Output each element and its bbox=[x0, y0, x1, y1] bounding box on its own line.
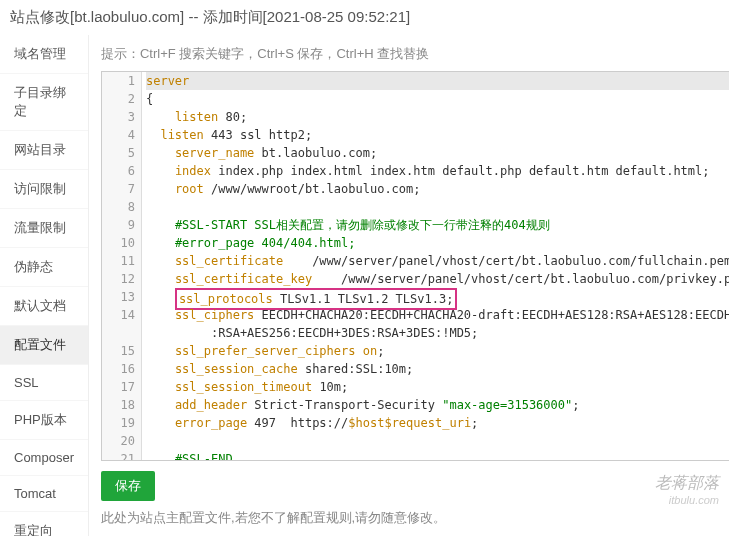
sidebar-item-11[interactable]: Tomcat bbox=[0, 476, 88, 512]
code-line[interactable]: ssl_certificate_key /www/server/panel/vh… bbox=[146, 270, 729, 288]
code-line[interactable]: ssl_session_cache shared:SSL:10m; bbox=[146, 360, 729, 378]
code-line[interactable]: root /www/wwwroot/bt.laobuluo.com; bbox=[146, 180, 729, 198]
line-number: 16 bbox=[102, 360, 141, 378]
code-line[interactable]: server_name bt.laobuluo.com; bbox=[146, 144, 729, 162]
dialog-title: 站点修改[bt.laobuluo.com] -- 添加时间[2021-08-25… bbox=[0, 0, 729, 35]
code-line[interactable] bbox=[146, 432, 729, 450]
sidebar-item-8[interactable]: SSL bbox=[0, 365, 88, 401]
line-number: 21 bbox=[102, 450, 141, 461]
line-number: 11 bbox=[102, 252, 141, 270]
line-number: 14 bbox=[102, 306, 141, 324]
code-line[interactable]: ssl_session_timeout 10m; bbox=[146, 378, 729, 396]
line-number: 18 bbox=[102, 396, 141, 414]
line-number: 17 bbox=[102, 378, 141, 396]
code-line[interactable]: { bbox=[146, 90, 729, 108]
sidebar-item-9[interactable]: PHP版本 bbox=[0, 401, 88, 440]
code-line[interactable]: add_header Strict-Transport-Security "ma… bbox=[146, 396, 729, 414]
line-number: 6 bbox=[102, 162, 141, 180]
line-number: 3 bbox=[102, 108, 141, 126]
sidebar-item-4[interactable]: 流量限制 bbox=[0, 209, 88, 248]
code-line[interactable]: listen 443 ssl http2; bbox=[146, 126, 729, 144]
code-line[interactable]: server bbox=[146, 72, 729, 90]
line-number: 20 bbox=[102, 432, 141, 450]
code-line[interactable]: ssl_certificate /www/server/panel/vhost/… bbox=[146, 252, 729, 270]
footer-note: 此处为站点主配置文件,若您不了解配置规则,请勿随意修改。 bbox=[101, 509, 729, 527]
config-editor[interactable]: 123456789101112131415161718192021 server… bbox=[101, 71, 729, 461]
line-number: 10 bbox=[102, 234, 141, 252]
line-number: 8 bbox=[102, 198, 141, 216]
code-line[interactable] bbox=[146, 198, 729, 216]
sidebar: 域名管理子目录绑定网站目录访问限制流量限制伪静态默认文档配置文件SSLPHP版本… bbox=[0, 35, 89, 536]
editor-gutter: 123456789101112131415161718192021 bbox=[102, 72, 142, 460]
code-line[interactable]: :RSA+AES256:EECDH+3DES:RSA+3DES:!MD5; bbox=[146, 324, 729, 342]
line-number: 4 bbox=[102, 126, 141, 144]
line-number bbox=[102, 324, 141, 342]
line-number: 19 bbox=[102, 414, 141, 432]
code-line[interactable]: index index.php index.html index.htm def… bbox=[146, 162, 729, 180]
sidebar-item-10[interactable]: Composer bbox=[0, 440, 88, 476]
main-layout: 域名管理子目录绑定网站目录访问限制流量限制伪静态默认文档配置文件SSLPHP版本… bbox=[0, 35, 729, 536]
sidebar-item-7[interactable]: 配置文件 bbox=[0, 326, 88, 365]
line-number: 7 bbox=[102, 180, 141, 198]
code-line[interactable]: #SSL-START SSL相关配置，请勿删除或修改下一行带注释的404规则 bbox=[146, 216, 729, 234]
line-number: 1 bbox=[102, 72, 141, 90]
code-line[interactable]: ssl_protocols TLSv1.1 TLSv1.2 TLSv1.3; bbox=[146, 288, 729, 306]
save-button[interactable]: 保存 bbox=[101, 471, 155, 501]
sidebar-item-6[interactable]: 默认文档 bbox=[0, 287, 88, 326]
sidebar-item-5[interactable]: 伪静态 bbox=[0, 248, 88, 287]
line-number: 13 bbox=[102, 288, 141, 306]
editor-code[interactable]: server{ listen 80; listen 443 ssl http2;… bbox=[142, 72, 729, 461]
code-line[interactable]: ssl_ciphers EECDH+CHACHA20:EECDH+CHACHA2… bbox=[146, 306, 729, 324]
code-line[interactable]: #SSL-END bbox=[146, 450, 729, 461]
sidebar-item-3[interactable]: 访问限制 bbox=[0, 170, 88, 209]
hint-text: 提示：Ctrl+F 搜索关键字，Ctrl+S 保存，Ctrl+H 查找替换 bbox=[101, 45, 729, 63]
code-line[interactable]: #error_page 404/404.html; bbox=[146, 234, 729, 252]
line-number: 2 bbox=[102, 90, 141, 108]
sidebar-item-2[interactable]: 网站目录 bbox=[0, 131, 88, 170]
sidebar-item-12[interactable]: 重定向 bbox=[0, 512, 88, 536]
code-line[interactable]: listen 80; bbox=[146, 108, 729, 126]
code-line[interactable]: error_page 497 https://$host$request_uri… bbox=[146, 414, 729, 432]
line-number: 15 bbox=[102, 342, 141, 360]
line-number: 9 bbox=[102, 216, 141, 234]
line-number: 12 bbox=[102, 270, 141, 288]
line-number: 5 bbox=[102, 144, 141, 162]
content-area: 提示：Ctrl+F 搜索关键字，Ctrl+S 保存，Ctrl+H 查找替换 12… bbox=[89, 35, 729, 536]
sidebar-item-1[interactable]: 子目录绑定 bbox=[0, 74, 88, 131]
code-line[interactable]: ssl_prefer_server_ciphers on; bbox=[146, 342, 729, 360]
sidebar-item-0[interactable]: 域名管理 bbox=[0, 35, 88, 74]
